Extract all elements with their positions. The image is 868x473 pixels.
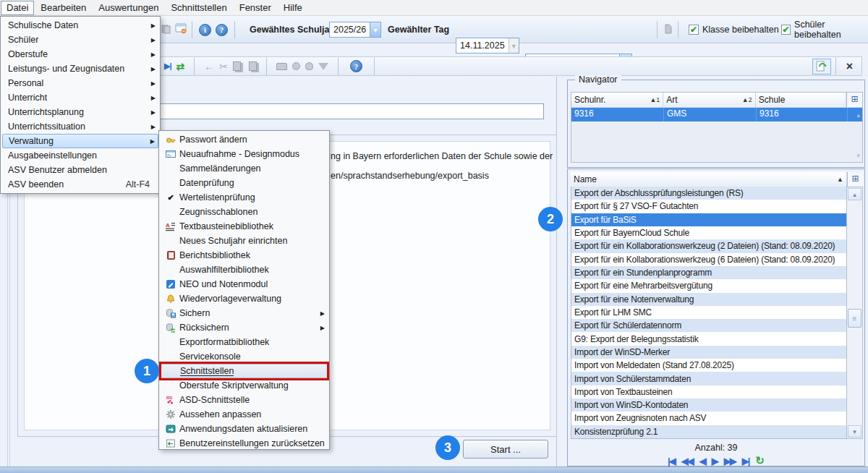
list-item-selected[interactable]: Export für BaSiS bbox=[571, 213, 846, 226]
list-item[interactable]: Export für § 27 VSO-F Gutachten bbox=[571, 200, 846, 213]
annotation-badge-3: 3 bbox=[435, 435, 460, 460]
help-icon[interactable]: ? bbox=[350, 60, 362, 72]
menu-item-wiedervorlageverwaltung[interactable]: Wiedervorlageverwaltung bbox=[159, 291, 329, 306]
menu-item-verwaltung[interactable]: Verwaltung▶ bbox=[2, 134, 158, 148]
refresh-icon[interactable]: ⇄ bbox=[176, 61, 185, 72]
school-year-select[interactable]: 2025/26 ▾ bbox=[329, 22, 381, 38]
menu-item-oberstufe-skriptverwaltung[interactable]: Oberstufe Skriptverwaltung bbox=[159, 378, 329, 393]
list-item[interactable]: Import der WinSD-Merker bbox=[571, 346, 846, 359]
print-icon bbox=[276, 63, 287, 70]
menu-item-datenpruefung[interactable]: Datenprüfung bbox=[159, 176, 329, 190]
menu-item-unterrichtssituation[interactable]: Unterrichtssituation▶ bbox=[1, 119, 160, 134]
menu-item-neues-schuljahr[interactable]: Neues Schuljahr einrichten bbox=[159, 234, 329, 248]
menu-hilfe[interactable]: Hilfe bbox=[278, 1, 308, 15]
keep-class-checkbox[interactable]: ✔ bbox=[689, 25, 699, 35]
scroll-up-icon[interactable]: ▴ bbox=[848, 188, 861, 200]
fast-forward-button[interactable]: ▶▶ bbox=[724, 456, 736, 466]
col-schulnr[interactable]: Schulnr.▲1 bbox=[571, 93, 663, 108]
list-item[interactable]: Import von Textbausteinen bbox=[571, 385, 846, 399]
menu-item-sichern[interactable]: Sichern▶ bbox=[159, 306, 329, 320]
menu-item-benutzereinstellungen-zuruecksetzen[interactable]: Benutzereinstellungen zurücksetzen bbox=[159, 436, 329, 451]
last-record-button[interactable]: ▶| bbox=[742, 456, 749, 466]
menu-item-zeugnisschablonen[interactable]: Zeugnisschablonen bbox=[159, 205, 329, 219]
menu-item-leistungsdaten[interactable]: Leistungs- und Zeugnisdaten▶ bbox=[1, 61, 160, 76]
list-item[interactable]: Export für eine Mehrarbeitsvergütung bbox=[571, 279, 846, 292]
menu-item-ruecksichern[interactable]: Rücksichern▶ bbox=[159, 320, 329, 335]
menu-item-anwendungsdaten-aktualisieren[interactable]: Anwendungsdaten aktualisieren bbox=[159, 422, 329, 436]
column-config-icon[interactable]: ⊞ bbox=[846, 93, 862, 108]
first-record-button[interactable]: |◀ bbox=[668, 456, 675, 466]
list-item[interactable]: Export für Schülerdatennorm bbox=[571, 319, 846, 332]
list-item[interactable]: G9: Export der Belegungsstatistik bbox=[571, 332, 846, 345]
menu-item-neo-notenmodul[interactable]: NEO und Notenmodul bbox=[159, 277, 329, 291]
menu-schnittstellen[interactable]: Schnittstellen bbox=[165, 1, 232, 15]
help-icon[interactable]: ? bbox=[216, 24, 228, 36]
col-schule[interactable]: Schule bbox=[756, 93, 846, 108]
menu-fenster[interactable]: Fenster bbox=[234, 1, 277, 15]
menu-item-berichtsbibliothek[interactable]: Berichtsbibliothek bbox=[159, 248, 329, 263]
menu-item-oberstufe[interactable]: Oberstufe▶ bbox=[1, 47, 160, 61]
menu-item-wertelistenpruefung[interactable]: ✔Wertelistenprüfung bbox=[159, 190, 329, 205]
list-item[interactable]: Export der Abschlussprüfungsleistungen (… bbox=[571, 187, 846, 200]
menu-item-passwort-aendern[interactable]: Passwort ändern bbox=[159, 132, 329, 147]
bell-icon bbox=[162, 294, 179, 304]
col-name[interactable]: Name▲ bbox=[571, 172, 847, 187]
close-icon[interactable]: × bbox=[841, 60, 859, 73]
menu-item-personal[interactable]: Personal▶ bbox=[1, 76, 160, 90]
close-window-icon[interactable] bbox=[175, 23, 187, 36]
refresh-icon[interactable]: ↻ bbox=[755, 454, 765, 467]
list-item[interactable]: Import von Schülerstammdaten bbox=[571, 372, 846, 385]
start-button[interactable]: Start ... bbox=[463, 440, 548, 459]
menu-item-auswahlfilterbibliothek[interactable]: Auswahlfilterbibliothek bbox=[159, 263, 329, 277]
list-item[interactable]: Export für ein Kollaborationswerkzeug (6… bbox=[571, 253, 846, 266]
backup-icon bbox=[162, 308, 179, 318]
export-list: Export der Abschlussprüfungsleistungen (… bbox=[571, 187, 847, 439]
school-row[interactable]: 9316 GMS 9316 bbox=[571, 108, 862, 122]
menu-item-sammelaenderungen[interactable]: Sammeländerungen bbox=[159, 161, 329, 176]
bulb-icon bbox=[305, 62, 313, 70]
list-item[interactable]: Export für LHM SMC bbox=[571, 306, 846, 319]
menu-item-schueler[interactable]: Schüler▶ bbox=[1, 33, 160, 47]
menu-item-asv-beenden[interactable]: ASV beendenAlt-F4 bbox=[1, 177, 160, 192]
scrollbar-thumb[interactable]: ≡ bbox=[848, 309, 861, 328]
menu-item-benutzer-abmelden[interactable]: ASV Benutzer abmelden bbox=[1, 163, 160, 177]
column-config-icon[interactable]: ⊞ bbox=[847, 172, 863, 187]
menu-bearbeiten[interactable]: Bearbeiten bbox=[35, 1, 92, 15]
list-item[interactable]: Export für BayernCloud Schule bbox=[571, 226, 846, 239]
scroll-up-icon[interactable]: ▴ bbox=[856, 111, 860, 119]
list-item[interactable]: Export für eine Notenverwaltung bbox=[571, 293, 846, 306]
info-icon[interactable]: i bbox=[199, 24, 211, 36]
scroll-down-icon[interactable]: ▾ bbox=[848, 425, 861, 438]
copy-icon bbox=[233, 61, 241, 71]
list-item[interactable]: Export für ein Kollaborationswerkzeug (2… bbox=[571, 239, 846, 252]
submenu-arrow-icon: ▶ bbox=[151, 66, 156, 72]
keep-student-checkbox[interactable]: ✔ bbox=[781, 25, 791, 35]
menu-item-exportformatbibliothek[interactable]: Exportformatbibliothek bbox=[159, 335, 329, 349]
menu-item-schulische-daten[interactable]: Schulische Daten▶ bbox=[1, 18, 160, 33]
menu-item-unterricht[interactable]: Unterricht▶ bbox=[1, 90, 160, 105]
menu-datei[interactable]: Datei bbox=[1, 1, 34, 15]
day-field[interactable]: 14.11.2025 ▾ bbox=[456, 38, 519, 54]
col-art[interactable]: Art▲2 bbox=[663, 93, 755, 108]
last-record-icon[interactable]: ▶| bbox=[164, 61, 171, 71]
menu-item-unterrichtsplanung[interactable]: Unterrichtsplanung▶ bbox=[1, 105, 160, 119]
list-item[interactable]: Import von WinSD-Kontodaten bbox=[571, 399, 846, 412]
next-record-button[interactable]: ▶ bbox=[712, 456, 718, 466]
documents-icon[interactable] bbox=[161, 24, 172, 36]
menu-auswertungen[interactable]: Auswertungen bbox=[93, 1, 164, 15]
scroll-down-icon[interactable]: ▾ bbox=[856, 152, 860, 159]
menu-item-neuaufnahme[interactable]: Neuaufnahme - Designmodus bbox=[159, 147, 329, 161]
menu-item-aussehen-anpassen[interactable]: Aussehen anpassen bbox=[159, 407, 329, 422]
list-item[interactable]: Import von Meldedaten (Stand 27.08.2025) bbox=[571, 359, 846, 372]
list-item[interactable]: Import von Zeugnisnoten nach ASV bbox=[571, 412, 846, 425]
fast-back-button[interactable]: ◀◀ bbox=[681, 456, 693, 466]
refresh-view-button[interactable] bbox=[812, 59, 831, 74]
chevron-down-icon[interactable]: ▾ bbox=[370, 22, 380, 37]
menu-item-textbausteinebibliothek[interactable]: ATextbausteinebibliothek bbox=[159, 219, 329, 234]
list-item[interactable]: Export für ein Stundenplanprogramm bbox=[571, 266, 846, 279]
list-scrollbar[interactable]: ▴ ≡ ▾ bbox=[847, 187, 863, 439]
menu-item-asd-schnittstelle[interactable]: RSASD-Schnittstelle bbox=[159, 393, 329, 407]
previous-record-button[interactable]: ◀ bbox=[699, 456, 705, 466]
menu-item-ausgabeeinstellungen[interactable]: Ausgabeeinstellungen bbox=[1, 148, 160, 163]
list-item[interactable]: Konsistenzprüfung 2.1 bbox=[571, 425, 846, 438]
